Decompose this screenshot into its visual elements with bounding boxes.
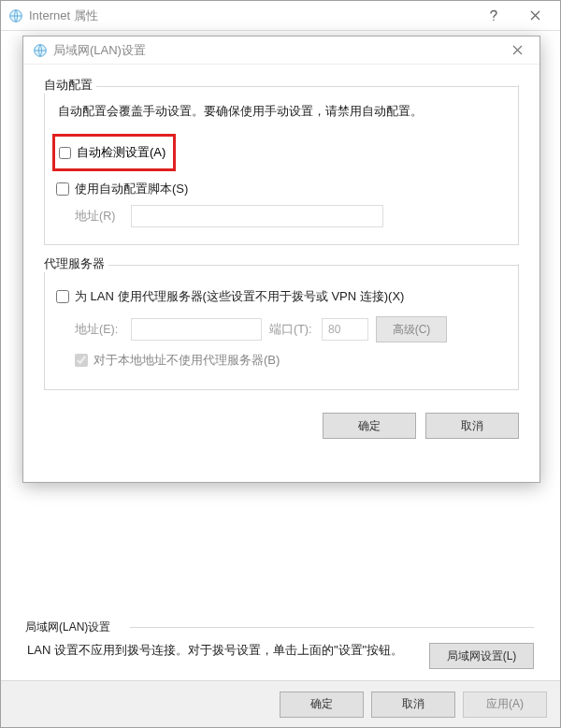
- parent-titlebar: Internet 属性: [1, 1, 560, 31]
- lan-settings-button[interactable]: 局域网设置(L): [429, 643, 534, 669]
- bypass-local-row: 对于本地地址不使用代理服务器(B): [75, 352, 505, 369]
- child-cancel-button[interactable]: 取消: [425, 413, 519, 439]
- lan-settings-dialog: 局域网(LAN)设置 自动配置 自动配置会覆盖手动设置。要确保使用手动设置，请禁…: [22, 36, 540, 483]
- script-address-row: 地址(R): [75, 205, 505, 227]
- auto-config-desc: 自动配置会覆盖手动设置。要确保使用手动设置，请禁用自动配置。: [58, 102, 505, 121]
- proxy-address-label: 地址(E):: [75, 322, 123, 338]
- child-footer: 确定 取消: [23, 401, 539, 452]
- use-proxy-checkbox[interactable]: [56, 290, 69, 303]
- proxy-group: 代理服务器 为 LAN 使用代理服务器(这些设置不用于拨号或 VPN 连接)(X…: [44, 264, 519, 390]
- parent-footer: 确定 取消 应用(A): [1, 680, 560, 727]
- proxy-fields: 地址(E): 端口(T): 高级(C): [75, 316, 505, 342]
- use-proxy-row: 为 LAN 使用代理服务器(这些设置不用于拨号或 VPN 连接)(X): [56, 288, 505, 305]
- parent-cancel-button[interactable]: 取消: [371, 692, 455, 718]
- auto-detect-highlight: 自动检测设置(A): [52, 134, 176, 171]
- child-body: 自动配置 自动配置会覆盖手动设置。要确保使用手动设置，请禁用自动配置。 自动检测…: [23, 65, 539, 401]
- child-ok-button[interactable]: 确定: [323, 413, 416, 439]
- use-script-label: 使用自动配置脚本(S): [75, 181, 188, 197]
- auto-detect-label: 自动检测设置(A): [77, 144, 165, 161]
- parent-lan-section: 局域网(LAN)设置 LAN 设置不应用到拨号连接。对于拨号设置，单击上面的"设…: [27, 619, 534, 669]
- proxy-address-input: [131, 318, 262, 341]
- parent-apply-button[interactable]: 应用(A): [463, 692, 547, 718]
- lan-section-desc: LAN 设置不应用到拨号连接。对于拨号设置，单击上面的"设置"按钮。: [27, 641, 416, 661]
- bypass-local-label: 对于本地地址不使用代理服务器(B): [94, 352, 280, 369]
- use-script-row: 使用自动配置脚本(S): [56, 181, 505, 197]
- proxy-port-label: 端口(T):: [269, 322, 314, 338]
- child-title: 局域网(LAN)设置: [53, 42, 500, 59]
- child-titlebar: 局域网(LAN)设置: [23, 36, 539, 65]
- parent-title: Internet 属性: [29, 7, 472, 24]
- auto-config-legend: 自动配置: [44, 77, 96, 94]
- auto-detect-checkbox[interactable]: [59, 147, 71, 159]
- use-proxy-label: 为 LAN 使用代理服务器(这些设置不用于拨号或 VPN 连接)(X): [75, 288, 404, 305]
- auto-config-group: 自动配置 自动配置会覆盖手动设置。要确保使用手动设置，请禁用自动配置。 自动检测…: [44, 85, 519, 245]
- script-address-label: 地址(R): [75, 209, 123, 225]
- bypass-local-checkbox: [75, 354, 88, 367]
- internet-icon: [33, 43, 48, 58]
- proxy-port-input: [322, 318, 368, 341]
- close-button[interactable]: [514, 2, 556, 30]
- use-script-checkbox[interactable]: [56, 182, 69, 196]
- child-close-button[interactable]: [500, 36, 534, 65]
- proxy-legend: 代理服务器: [44, 255, 108, 272]
- script-address-input: [131, 205, 383, 227]
- proxy-advanced-button[interactable]: 高级(C): [376, 316, 447, 342]
- help-button[interactable]: [472, 2, 514, 30]
- internet-icon: [8, 8, 23, 23]
- parent-ok-button[interactable]: 确定: [280, 692, 364, 718]
